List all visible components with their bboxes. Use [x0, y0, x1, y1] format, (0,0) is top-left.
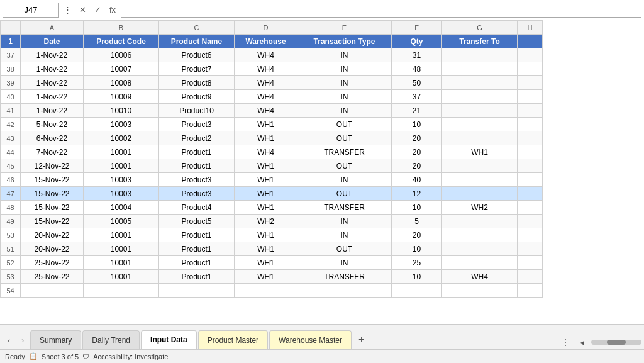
data-cell[interactable]: 1-Nov-22: [21, 104, 84, 118]
data-cell[interactable]: 10001: [84, 228, 159, 242]
data-cell[interactable]: [84, 284, 159, 298]
data-cell[interactable]: [442, 173, 518, 187]
data-cell[interactable]: [518, 228, 543, 242]
tab-warehouse-master[interactable]: Warehouse Master: [269, 330, 352, 349]
data-cell[interactable]: 21: [392, 104, 442, 118]
data-cell[interactable]: 50: [392, 76, 442, 90]
data-cell[interactable]: 10: [392, 270, 442, 284]
cell-name-box[interactable]: J47: [3, 3, 59, 18]
row-num-cell[interactable]: 42: [1, 118, 21, 131]
row-num-cell[interactable]: 41: [1, 104, 21, 118]
col-header-b[interactable]: B: [84, 21, 159, 35]
data-cell[interactable]: [442, 104, 518, 118]
data-cell[interactable]: Product3: [159, 187, 235, 201]
data-cell[interactable]: [235, 284, 297, 298]
row-num-cell[interactable]: 48: [1, 201, 21, 215]
data-cell[interactable]: [392, 284, 442, 298]
data-cell[interactable]: 25-Nov-22: [21, 270, 84, 284]
data-cell[interactable]: Product3: [159, 173, 235, 187]
data-cell[interactable]: WH2: [442, 201, 518, 215]
data-cell[interactable]: 10010: [84, 104, 159, 118]
data-cell[interactable]: WH1: [235, 131, 297, 145]
data-cell[interactable]: WH1: [235, 187, 297, 201]
data-cell[interactable]: 15-Nov-22: [21, 215, 84, 228]
data-cell[interactable]: TRANSFER: [297, 201, 392, 215]
row-num-cell[interactable]: 50: [1, 228, 21, 242]
data-cell[interactable]: OUT: [297, 118, 392, 131]
data-cell[interactable]: TRANSFER: [297, 270, 392, 284]
data-cell[interactable]: 20: [392, 131, 442, 145]
row-num-cell[interactable]: 38: [1, 62, 21, 76]
data-cell[interactable]: 37: [392, 90, 442, 104]
data-cell[interactable]: 10008: [84, 76, 159, 90]
data-cell[interactable]: Product4: [159, 201, 235, 215]
table-row[interactable]: 4512-Nov-2210001Product1WH1OUT20: [1, 159, 543, 173]
data-cell[interactable]: [442, 215, 518, 228]
data-cell[interactable]: [518, 159, 543, 173]
data-cell[interactable]: [518, 201, 543, 215]
data-cell[interactable]: IN: [297, 104, 392, 118]
table-wrapper[interactable]: A B C D E F G H 1 Date Product Code Prod…: [0, 20, 644, 324]
data-cell[interactable]: 40: [392, 173, 442, 187]
data-cell[interactable]: OUT: [297, 131, 392, 145]
add-sheet-btn[interactable]: +: [353, 330, 370, 349]
data-cell[interactable]: IN: [297, 62, 392, 76]
data-cell[interactable]: Product1: [159, 228, 235, 242]
data-cell[interactable]: WH1: [442, 145, 518, 159]
data-cell[interactable]: [518, 76, 543, 90]
data-cell[interactable]: 10001: [84, 145, 159, 159]
tab-product-master[interactable]: Product Master: [198, 330, 268, 349]
data-cell[interactable]: WH4: [235, 145, 297, 159]
data-cell[interactable]: OUT: [297, 242, 392, 256]
data-cell[interactable]: 20-Nov-22: [21, 228, 84, 242]
data-cell[interactable]: OUT: [297, 159, 392, 173]
table-row[interactable]: 5120-Nov-2210001Product1WH1OUT10: [1, 242, 543, 256]
data-cell[interactable]: Product8: [159, 76, 235, 90]
table-row[interactable]: 391-Nov-2210008Product8WH4IN50: [1, 76, 543, 90]
data-cell[interactable]: 20-Nov-22: [21, 242, 84, 256]
data-cell[interactable]: 10001: [84, 256, 159, 270]
data-cell[interactable]: 5: [392, 215, 442, 228]
row-num-cell[interactable]: 43: [1, 131, 21, 145]
data-cell[interactable]: TRANSFER: [297, 145, 392, 159]
data-cell[interactable]: [518, 187, 543, 201]
data-cell[interactable]: Product10: [159, 104, 235, 118]
data-cell[interactable]: [518, 256, 543, 270]
row-num-cell[interactable]: 51: [1, 242, 21, 256]
data-cell[interactable]: [442, 90, 518, 104]
data-cell[interactable]: 10003: [84, 118, 159, 131]
data-cell[interactable]: [442, 118, 518, 131]
table-row[interactable]: 4815-Nov-2210004Product4WH1TRANSFER10WH2: [1, 201, 543, 215]
data-cell[interactable]: 10002: [84, 131, 159, 145]
row-num-cell[interactable]: 45: [1, 159, 21, 173]
data-cell[interactable]: WH1: [235, 270, 297, 284]
data-cell[interactable]: IN: [297, 48, 392, 62]
data-cell[interactable]: WH4: [235, 48, 297, 62]
tab-nav-left[interactable]: ‹: [3, 332, 15, 349]
data-cell[interactable]: 31: [392, 48, 442, 62]
data-cell[interactable]: 12: [392, 187, 442, 201]
data-cell[interactable]: Product1: [159, 256, 235, 270]
data-cell[interactable]: 10004: [84, 201, 159, 215]
data-cell[interactable]: 7-Nov-22: [21, 145, 84, 159]
data-cell[interactable]: [442, 131, 518, 145]
data-cell[interactable]: WH1: [235, 173, 297, 187]
table-row[interactable]: 4715-Nov-2210003Product3WH1OUT12: [1, 187, 543, 201]
data-cell[interactable]: 10003: [84, 187, 159, 201]
data-cell[interactable]: Product1: [159, 242, 235, 256]
data-cell[interactable]: IN: [297, 228, 392, 242]
table-row[interactable]: 54: [1, 284, 543, 298]
data-cell[interactable]: WH1: [235, 242, 297, 256]
table-row[interactable]: 381-Nov-2210007Product7WH4IN48: [1, 62, 543, 76]
data-cell[interactable]: [442, 187, 518, 201]
data-cell[interactable]: 20: [392, 159, 442, 173]
tab-summary[interactable]: Summary: [30, 330, 81, 349]
data-cell[interactable]: 10003: [84, 173, 159, 187]
data-cell[interactable]: 10001: [84, 159, 159, 173]
data-cell[interactable]: 5-Nov-22: [21, 118, 84, 131]
table-row[interactable]: 4915-Nov-2210005Product5WH2IN5: [1, 215, 543, 228]
data-cell[interactable]: [159, 284, 235, 298]
table-row[interactable]: 436-Nov-2210002Product2WH1OUT20: [1, 131, 543, 145]
data-cell[interactable]: 1-Nov-22: [21, 48, 84, 62]
row-num-cell[interactable]: 52: [1, 256, 21, 270]
